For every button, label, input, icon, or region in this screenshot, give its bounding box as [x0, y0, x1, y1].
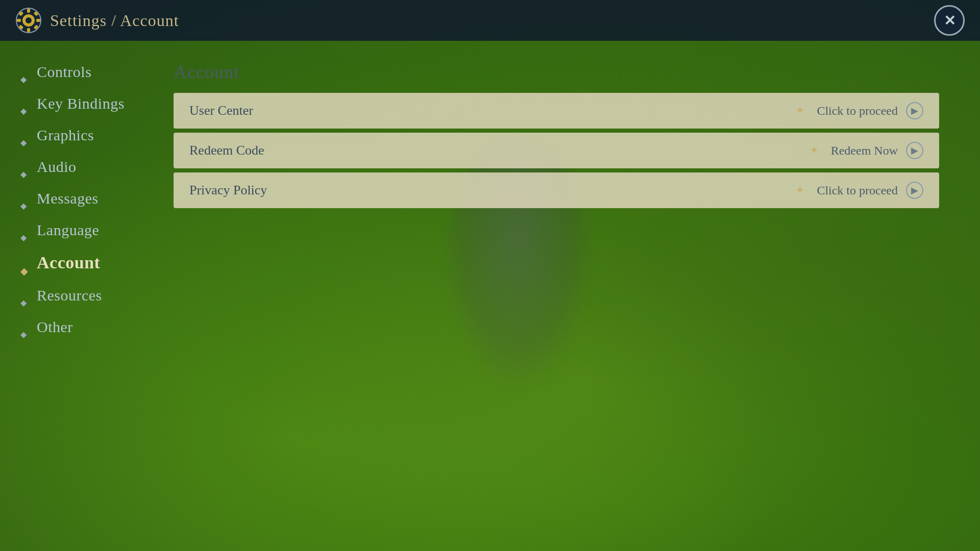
section-title: Account	[174, 61, 939, 83]
gear-icon	[15, 7, 42, 34]
sidebar-item-label: Controls	[37, 63, 91, 81]
row-right-privacy-policy: ✦Click to proceed▶	[795, 182, 923, 199]
arrow-icon: ▶	[906, 182, 923, 199]
sidebar-item-label: Audio	[37, 158, 77, 176]
svg-rect-2	[27, 28, 30, 32]
diamond-icon	[20, 259, 28, 266]
sidebar-item-controls[interactable]: Controls	[20, 56, 174, 88]
row-action-privacy-policy: Click to proceed	[817, 184, 898, 197]
arrow-icon: ▶	[906, 102, 923, 119]
diamond-icon	[20, 68, 28, 76]
sparkle-icon: ✦	[795, 184, 804, 197]
sidebar-item-other[interactable]: Other	[20, 311, 174, 343]
diamond-icon	[20, 227, 28, 234]
diamond-icon	[20, 163, 28, 170]
breadcrumb: Settings / Account	[50, 11, 179, 30]
row-label-user-center: User Center	[189, 103, 253, 118]
arrow-icon: ▶	[906, 142, 923, 159]
sidebar-item-messages[interactable]: Messages	[20, 183, 174, 214]
sidebar-item-resources[interactable]: Resources	[20, 280, 174, 311]
sidebar-item-account[interactable]: Account	[20, 246, 174, 280]
sidebar-item-audio[interactable]: Audio	[20, 151, 174, 183]
diamond-icon	[20, 195, 28, 202]
svg-rect-3	[17, 19, 21, 22]
sidebar-item-label: Account	[37, 253, 100, 272]
row-action-redeem-code: Redeem Now	[831, 144, 898, 158]
setting-row-privacy-policy[interactable]: Privacy Policy✦Click to proceed▶	[174, 172, 939, 208]
close-button[interactable]: ✕	[934, 5, 965, 36]
row-right-user-center: ✦Click to proceed▶	[795, 102, 923, 119]
diamond-icon	[20, 100, 28, 107]
svg-rect-4	[36, 19, 40, 22]
row-label-redeem-code: Redeem Code	[189, 143, 264, 158]
diamond-icon	[20, 132, 28, 139]
sparkle-icon: ✦	[810, 144, 819, 157]
sidebar-item-label: Language	[37, 221, 99, 239]
diamond-icon	[20, 323, 28, 331]
sidebar-item-label: Other	[37, 318, 73, 336]
diamond-icon	[20, 292, 28, 299]
sidebar-item-label: Messages	[37, 190, 99, 207]
sparkle-icon: ✦	[795, 104, 804, 117]
row-right-redeem-code: ✦Redeem Now▶	[810, 142, 923, 159]
sidebar-item-label: Key Bindings	[37, 95, 125, 112]
sidebar-item-language[interactable]: Language	[20, 214, 174, 246]
sidebar: ControlsKey BindingsGraphicsAudioMessage…	[0, 41, 174, 551]
sidebar-item-label: Graphics	[37, 127, 94, 144]
row-label-privacy-policy: Privacy Policy	[189, 183, 267, 198]
sidebar-item-label: Resources	[37, 287, 102, 304]
sidebar-item-graphics[interactable]: Graphics	[20, 119, 174, 151]
setting-row-redeem-code[interactable]: Redeem Code✦Redeem Now▶	[174, 133, 939, 168]
row-action-user-center: Click to proceed	[817, 104, 898, 118]
setting-row-user-center[interactable]: User Center✦Click to proceed▶	[174, 93, 939, 129]
svg-rect-1	[27, 9, 30, 13]
sidebar-item-key-bindings[interactable]: Key Bindings	[20, 88, 174, 119]
main-content: Account User Center✦Click to proceed▶Red…	[174, 41, 939, 233]
topbar: Settings / Account ✕	[0, 0, 980, 41]
